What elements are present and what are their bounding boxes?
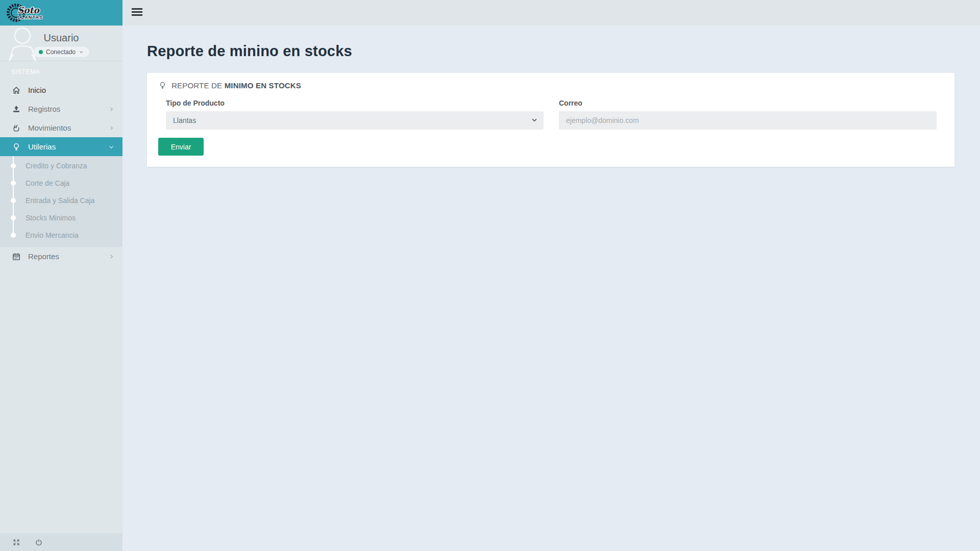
sidebar-section-label: SISTEMA (0, 61, 122, 78)
correo-field-group: Correo (559, 99, 937, 130)
tire-logo-icon: Soto LLANTAS (6, 2, 46, 23)
panel-header-prefix: REPORTE DE (172, 81, 225, 90)
sidebar-item-label: Registros (28, 105, 108, 113)
lightbulb-icon (11, 142, 21, 152)
sidebar-item-utilerias[interactable]: Utilerias (0, 137, 122, 156)
bullet-icon (11, 181, 16, 186)
bullet-icon (11, 215, 16, 220)
page-title: Reporte de minino en stocks (147, 43, 954, 60)
user-area: Usuario Conectado (0, 26, 122, 61)
sidebar-menu: Inicio Registros Movimie (0, 81, 122, 266)
tipo-producto-label: Tipo de Producto (166, 99, 544, 107)
chevron-right-icon (108, 254, 114, 260)
chevron-down-icon (108, 144, 114, 150)
correo-input[interactable] (559, 111, 937, 130)
bullet-icon (11, 198, 16, 203)
sidebar-item-label: Utilerias (28, 142, 108, 151)
sidebar-item-registros[interactable]: Registros (0, 99, 122, 118)
submenu-item-corte-de-caja[interactable]: Corte de Caja (0, 174, 122, 192)
correo-label: Correo (559, 99, 937, 107)
submenu-item-label: Corte de Caja (26, 179, 69, 187)
tipo-producto-field-group: Tipo de Producto Llantas (166, 99, 544, 130)
brand-block-text: LLANTAS (18, 15, 43, 20)
sidebar-item-label: Movimientos (28, 123, 108, 132)
submenu-item-label: Credito y Cobranza (26, 162, 87, 170)
user-status-dropdown[interactable]: Conectado (33, 47, 89, 57)
sidebar-item-reportes[interactable]: Reportes (0, 247, 122, 266)
sidebar-item-label: Inicio (28, 86, 114, 94)
panel-header: REPORTE DE MINIMO EN STOCKS (147, 73, 954, 92)
submenu-item-stocks-minimos[interactable]: Stocks Minimos (0, 209, 122, 227)
report-panel: REPORTE DE MINIMO EN STOCKS Tipo de Prod… (147, 73, 954, 167)
chevron-down-icon (79, 49, 84, 55)
bullet-icon (11, 233, 16, 238)
sidebar-item-inicio[interactable]: Inicio (0, 81, 122, 99)
submenu-item-credito-y-cobranza[interactable]: Credito y Cobranza (0, 157, 122, 174)
submenu-item-label: Stocks Minimos (26, 214, 76, 222)
submenu-item-label: Envio Mercancia (26, 231, 79, 239)
sidebar-item-label: Reportes (28, 252, 108, 261)
home-icon (11, 85, 21, 95)
upload-icon (11, 104, 21, 114)
power-icon[interactable] (35, 538, 43, 546)
lightbulb-icon (158, 81, 167, 90)
hand-icon (11, 123, 21, 133)
main-content: Reporte de minino en stocks REPORTE DE M… (122, 26, 980, 551)
sidebar-item-movimientos[interactable]: Movimientos (0, 118, 122, 137)
online-status-dot (39, 50, 43, 54)
submenu-item-envio-mercancia[interactable]: Envio Mercancia (0, 227, 122, 244)
chevron-right-icon (108, 125, 114, 131)
sidebar: Soto LLANTAS Usuario Conectado SISTEMA I… (0, 0, 122, 551)
form-row: Tipo de Producto Llantas Correo (147, 92, 954, 130)
sidebar-footer (0, 533, 122, 551)
bullet-icon (11, 163, 16, 168)
hamburger-menu-icon[interactable] (132, 8, 142, 17)
calendar-icon (11, 252, 21, 262)
brand-logo[interactable]: Soto LLANTAS (0, 0, 122, 26)
chevron-right-icon (108, 106, 114, 112)
panel-header-text: REPORTE DE MINIMO EN STOCKS (172, 81, 301, 90)
top-navbar (122, 0, 980, 26)
brand-script-text: Soto (17, 5, 40, 15)
tipo-producto-select[interactable]: Llantas (166, 111, 544, 130)
utilerias-submenu: Credito y Cobranza Corte de Caja Entrada… (0, 156, 122, 247)
submenu-item-label: Entrada y Salida Caja (26, 196, 94, 205)
user-status-label: Conectado (46, 48, 76, 56)
submenu-item-entrada-y-salida-caja[interactable]: Entrada y Salida Caja (0, 192, 122, 209)
panel-header-strong: MINIMO EN STOCKS (225, 81, 301, 90)
enviar-button[interactable]: Enviar (158, 138, 204, 156)
expand-icon[interactable] (12, 538, 20, 546)
